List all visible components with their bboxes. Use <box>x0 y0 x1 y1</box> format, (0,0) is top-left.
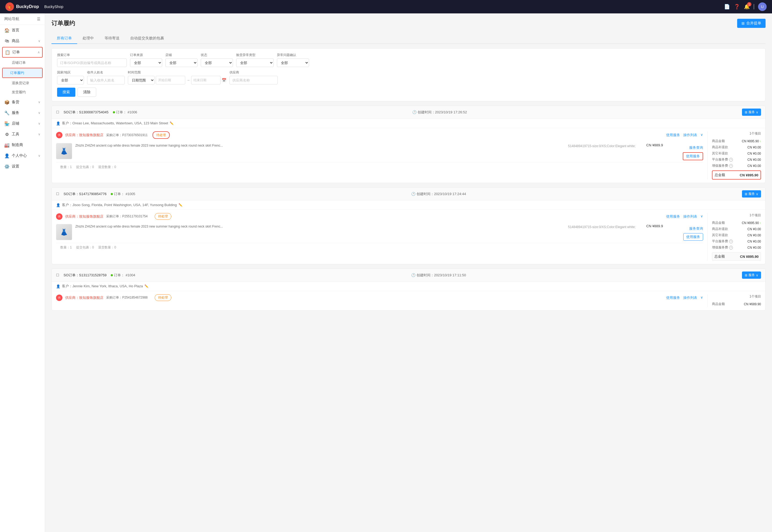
order-body-1: 供 供应商：致知服饰旗舰店 采购订单：P2730376501911 待处理 使用… <box>52 128 765 183</box>
operation-list-3[interactable]: 操作列表 <box>683 295 697 300</box>
platform-fee-label-2: 平台服务费 ? <box>712 239 733 244</box>
sidebar-item-order-fulfillment[interactable]: 订单履约 <box>3 68 42 77</box>
bell-icon[interactable]: 🔔1 <box>744 4 750 10</box>
service-query-link-2[interactable]: 服务查询 <box>689 226 703 231</box>
platform-fee-info-icon-1[interactable]: ? <box>729 158 733 162</box>
product-price-area-1: CN ¥889.9 <box>646 143 673 147</box>
sidebar-item-profile[interactable]: 👤 个人中心 ∨ <box>0 150 45 161</box>
service-btn-1[interactable]: ⊞ 服务 ∨ <box>742 109 761 116</box>
sidebar-item-inventory[interactable]: 📦 备货 ∨ <box>0 97 45 107</box>
product-placeholder-2: 👗 <box>56 224 72 240</box>
service-icon: 🔧 <box>4 110 10 116</box>
search-status-select[interactable]: 全部 <box>201 58 233 67</box>
order-num-label-1: 订单： <box>116 110 127 115</box>
search-store-field: 店铺 全部 <box>165 53 198 67</box>
service-query-link-1[interactable]: 服务查询 <box>689 145 703 150</box>
avatar[interactable]: U <box>758 2 767 11</box>
sidebar-item-orders[interactable]: 📋 订单 ∧ <box>3 47 42 57</box>
menu-toggle-icon[interactable]: ☰ <box>37 17 40 21</box>
search-supplier-label: 供应商 <box>229 70 278 75</box>
search-exception-select[interactable]: 全部 <box>277 58 309 67</box>
use-service-link-1[interactable]: 使用服务 <box>666 133 680 137</box>
checkbox-1[interactable]: ☐ <box>56 110 59 114</box>
date-end-input[interactable] <box>191 76 221 84</box>
service-btn-2[interactable]: ⊞ 服务 ∨ <box>742 190 761 198</box>
edit-icon-1[interactable]: ✏️ <box>170 121 174 125</box>
manufacturer-icon: 🏭 <box>4 142 10 148</box>
product-name-1: Zhizhi ZHIZHI ancient cup white dress fe… <box>75 143 565 148</box>
sidebar: 网站导航 ☰ 🏠 首页 🛍 商品 ∨ 📋 订单 ∧ 店铺订单 <box>0 13 45 532</box>
operation-list-1[interactable]: 操作列表 <box>683 133 697 137</box>
sidebar-item-manufacturer[interactable]: 🏭 制造商 <box>0 140 45 150</box>
operation-list-2[interactable]: 操作列表 <box>683 214 697 219</box>
sidebar-item-home[interactable]: 🏠 首页 <box>0 25 45 36</box>
vat-info-icon-2[interactable]: ? <box>729 246 733 250</box>
other-refund-val-2: CN ¥0.00 <box>747 233 761 237</box>
use-service-link-3[interactable]: 使用服务 <box>666 295 680 300</box>
returned-qty-1: 退货数量：0 <box>98 165 116 169</box>
order-so-1: SO订单：S13000873754045 <box>64 110 109 115</box>
sidebar-item-settings[interactable]: ⚙️ 设置 <box>0 161 45 172</box>
sidebar-item-shipping[interactable]: 发货履约 <box>0 88 45 97</box>
search-inspection-select[interactable]: 全部 <box>236 58 274 67</box>
op-arrow-2[interactable]: ∨ <box>700 214 703 219</box>
supplier-dot-3: 供 <box>56 295 62 301</box>
checkbox-3[interactable]: ☐ <box>56 273 59 277</box>
search-store-select[interactable]: 全部 <box>165 58 198 67</box>
date-range-select[interactable]: 日期范围 <box>128 76 155 84</box>
op-arrow-3[interactable]: ∨ <box>700 295 703 300</box>
products-arrow-icon: ∨ <box>38 39 40 43</box>
user-icon-2: 👤 <box>56 203 60 207</box>
service-btn-3[interactable]: ⊞ 服务 ∨ <box>742 271 761 279</box>
summary-row-product-2: 商品金额 CN ¥895.90 <box>712 220 761 226</box>
doc-icon[interactable]: 📄 <box>724 4 730 10</box>
search-supplier-input[interactable] <box>229 76 278 84</box>
sidebar-item-service[interactable]: 🔧 服务 ∨ <box>0 107 45 118</box>
use-service-btn-2[interactable]: 使用服务 <box>683 233 703 241</box>
merge-button[interactable]: ⊞ 合并提单 <box>737 19 766 28</box>
supplier-row-3: 供 供应商：致知服饰旗舰店 采购订单：P2541854672988 待处理 使用… <box>56 294 703 301</box>
vat-val-1: CN ¥0.00 <box>747 164 761 168</box>
search-so-input[interactable] <box>57 58 127 67</box>
sidebar-item-return-records[interactable]: 退换货记录 <box>0 79 45 88</box>
purchase-order-3: 采购订单：P2541854672988 <box>106 295 148 300</box>
search-country-select[interactable]: 全部 <box>57 76 84 84</box>
use-service-link-2[interactable]: 使用服务 <box>666 214 680 219</box>
tab-pending-ship[interactable]: 等待寄送 <box>99 33 125 44</box>
supplier-dot-1: 供 <box>56 132 62 138</box>
product-refund-val-1: CN ¥0.00 <box>747 146 761 149</box>
tab-auto-fail[interactable]: 自动提交失败的包裹 <box>125 33 169 44</box>
edit-icon-3[interactable]: ✏️ <box>144 284 149 288</box>
sidebar-label-home: 首页 <box>12 28 40 33</box>
help-icon[interactable]: ❓ <box>734 4 740 10</box>
op-arrow-1[interactable]: ∨ <box>700 133 703 137</box>
checkbox-2[interactable]: ☐ <box>56 192 59 196</box>
total-row-1: 总金额 CN ¥895.90 <box>712 170 761 180</box>
edit-icon-2[interactable]: ✏️ <box>179 203 183 207</box>
sidebar-item-store[interactable]: 🏪 店铺 ∨ <box>0 118 45 129</box>
nav-label: 网站导航 <box>4 17 19 21</box>
clear-button[interactable]: 清除 <box>77 88 96 97</box>
search-source-select[interactable]: 全部 <box>130 58 162 67</box>
use-service-btn-1[interactable]: 使用服务 <box>683 152 703 160</box>
summary-row-vat-2: 增值服务费 ? CN ¥0.00 <box>712 244 761 251</box>
tab-all[interactable]: 所有订单 <box>51 33 77 44</box>
page-title: 订单履约 <box>51 19 75 27</box>
sidebar-item-products[interactable]: 🛍 商品 ∨ <box>0 36 45 46</box>
platform-fee-info-icon-2[interactable]: ? <box>729 240 733 243</box>
vat-info-icon-1[interactable]: ? <box>729 164 733 168</box>
returned-qty-2: 退货数量：0 <box>98 245 116 250</box>
order-num-label-2: 订单： <box>114 192 124 196</box>
tabs: 所有订单 处理中 等待寄送 自动提交失败的包裹 <box>51 33 766 44</box>
tab-processing[interactable]: 处理中 <box>77 33 99 44</box>
date-start-input[interactable] <box>156 76 185 84</box>
search-receiver-input[interactable] <box>87 76 125 84</box>
search-button[interactable]: 搜索 <box>57 88 75 97</box>
search-receiver-field: 收件人姓名 <box>87 70 125 84</box>
calendar-icon[interactable]: 📅 <box>222 78 226 82</box>
sidebar-label-service: 服务 <box>12 110 36 115</box>
sidebar-item-tools[interactable]: ⚙ 工具 ∨ <box>0 129 45 140</box>
search-exception-label: 异常问题确认 <box>277 53 309 57</box>
sidebar-item-store-orders[interactable]: 店铺订单 <box>0 58 45 67</box>
product-amount-label-1: 商品金额 <box>712 139 725 143</box>
